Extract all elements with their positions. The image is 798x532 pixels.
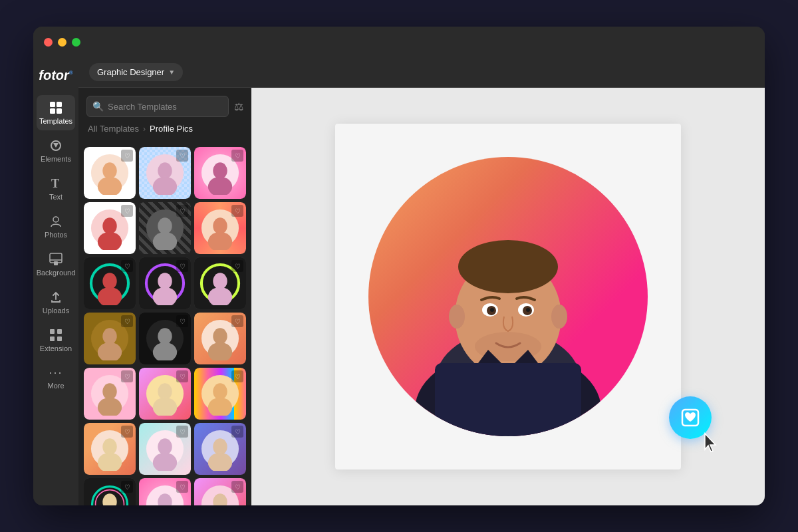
- heart-icon: ♡: [121, 260, 133, 272]
- svg-point-45: [158, 328, 172, 344]
- extension-label: Extension: [40, 344, 72, 352]
- search-box[interactable]: 🔍: [86, 96, 229, 117]
- background-label: Background: [37, 269, 76, 277]
- svg-rect-12: [50, 336, 55, 341]
- sidebar-item-text[interactable]: T Text: [37, 171, 75, 206]
- svg-point-33: [102, 273, 116, 289]
- app-window: fotor® Templates Elements: [33, 27, 765, 505]
- cursor-arrow: [701, 431, 722, 458]
- heart-icon: ♡: [176, 481, 188, 493]
- search-input[interactable]: [108, 102, 223, 112]
- favorite-button[interactable]: [669, 396, 712, 439]
- template-item[interactable]: ♡: [194, 202, 246, 254]
- close-dot[interactable]: [44, 38, 53, 47]
- template-item[interactable]: ♡: [84, 202, 136, 254]
- main-content: Graphic Designer ▼ 🔍 ⚖: [78, 57, 765, 505]
- sidebar-item-uploads[interactable]: Uploads: [37, 285, 75, 320]
- template-item[interactable]: ♡: [84, 257, 136, 309]
- breadcrumb-all-templates[interactable]: All Templates: [88, 124, 139, 134]
- extension-icon: [49, 328, 63, 342]
- template-item[interactable]: ♡: [194, 257, 246, 309]
- svg-point-18: [158, 162, 172, 179]
- svg-point-15: [102, 162, 116, 179]
- template-item[interactable]: ♡: [139, 423, 191, 475]
- svg-point-27: [158, 217, 172, 234]
- svg-point-6: [53, 217, 59, 222]
- svg-point-54: [158, 383, 172, 400]
- template-item[interactable]: ♡: [84, 368, 136, 420]
- svg-rect-1: [57, 102, 62, 107]
- template-item[interactable]: ♡: [194, 368, 246, 420]
- template-item[interactable]: ♡: [139, 478, 191, 505]
- heart-icon: ♡: [231, 150, 243, 162]
- top-bar: Graphic Designer ▼: [78, 57, 765, 88]
- svg-rect-9: [54, 261, 58, 265]
- logo: fotor®: [39, 68, 72, 82]
- uploads-icon: [49, 290, 63, 305]
- heart-icon: ♡: [176, 260, 188, 272]
- template-item[interactable]: ♡: [84, 147, 136, 199]
- sidebar-item-extension[interactable]: Extension: [37, 323, 75, 358]
- template-item[interactable]: ♡: [194, 147, 246, 199]
- template-row: ♡ ♡: [84, 147, 246, 199]
- svg-point-48: [213, 328, 227, 344]
- svg-point-24: [102, 217, 116, 234]
- elements-icon: [49, 138, 63, 153]
- photos-icon: [49, 214, 63, 229]
- chevron-down-icon: ▼: [168, 68, 175, 76]
- template-item[interactable]: ♡: [84, 313, 136, 364]
- sidebar-item-elements[interactable]: Elements: [37, 133, 75, 168]
- svg-point-60: [102, 438, 116, 455]
- template-item[interactable]: ♡: [84, 478, 136, 505]
- heart-icon: ♡: [231, 315, 243, 327]
- template-item[interactable]: ♡: [139, 202, 191, 254]
- template-item[interactable]: ♡: [139, 257, 191, 309]
- minimize-dot[interactable]: [58, 38, 66, 47]
- template-item[interactable]: ♡: [194, 313, 246, 364]
- svg-rect-10: [50, 329, 55, 334]
- search-icon: 🔍: [92, 101, 104, 112]
- svg-point-34: [98, 287, 122, 305]
- sidebar-item-templates[interactable]: Templates: [37, 95, 75, 130]
- svg-point-70: [102, 493, 116, 505]
- mode-dropdown[interactable]: Graphic Designer ▼: [89, 63, 183, 81]
- breadcrumb: All Templates › Profile Pics: [86, 124, 243, 134]
- svg-point-36: [158, 273, 172, 289]
- sidebar-item-background[interactable]: Background: [37, 247, 75, 282]
- svg-point-42: [102, 328, 116, 344]
- sidebar-item-photos[interactable]: Photos: [37, 209, 75, 244]
- svg-point-93: [449, 305, 465, 329]
- sidebar-item-more[interactable]: ··· More: [37, 360, 75, 395]
- svg-text:T: T: [51, 177, 59, 190]
- template-item[interactable]: ♡: [139, 147, 191, 199]
- maximize-dot[interactable]: [72, 38, 80, 47]
- templates-icon: [49, 100, 63, 115]
- template-row: ♡ ♡: [84, 202, 246, 254]
- elements-label: Elements: [41, 155, 71, 163]
- heart-icon: ♡: [121, 370, 133, 382]
- template-row: ♡ ♡: [84, 313, 246, 364]
- heart-icon: ♡: [121, 150, 133, 162]
- filter-icon[interactable]: ⚖: [234, 100, 243, 113]
- template-item[interactable]: ♡: [194, 423, 246, 475]
- template-item[interactable]: ♡: [84, 423, 136, 475]
- svg-rect-3: [57, 108, 62, 114]
- svg-point-99: [490, 308, 494, 312]
- template-item[interactable]: ♡: [139, 368, 191, 420]
- svg-point-66: [213, 438, 227, 455]
- template-item[interactable]: ♡: [194, 478, 246, 505]
- heart-icon: ♡: [121, 315, 133, 327]
- heart-icon: ♡: [176, 205, 188, 217]
- heart-icon: ♡: [176, 150, 188, 162]
- svg-rect-0: [50, 102, 55, 107]
- heart-icon: ♡: [231, 426, 243, 438]
- photos-label: Photos: [45, 231, 67, 239]
- background-icon: [49, 252, 63, 267]
- heart-icon: ♡: [176, 370, 188, 382]
- svg-point-63: [158, 438, 172, 455]
- more-dots-icon: ···: [49, 366, 63, 380]
- heart-icon: ♡: [121, 426, 133, 438]
- heart-icon: ♡: [231, 205, 243, 217]
- canvas-area: [251, 88, 765, 505]
- template-item[interactable]: ♡: [139, 313, 191, 364]
